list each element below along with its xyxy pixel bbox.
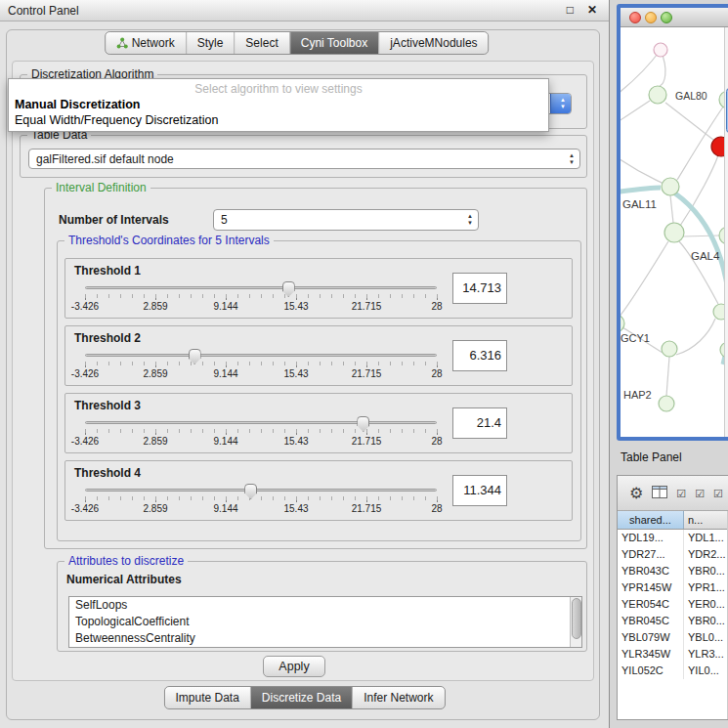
threshold-row: Threshold 4 -3.4262.8599.14415.4321.7152… — [64, 460, 573, 521]
table-cell[interactable]: YER0... — [684, 596, 728, 613]
network-node-gal11[interactable] — [662, 178, 679, 195]
slider-track[interactable] — [85, 421, 437, 424]
right-panel: GAL80 GAL11 GAL4 GCY1 HAP2 Table Panel ⚙ — [609, 0, 728, 728]
table-row[interactable]: YIL052CYIL0... — [618, 663, 728, 679]
table-cell[interactable]: YDL19... — [618, 530, 684, 546]
scale-label: -3.426 — [71, 368, 99, 379]
network-nodes[interactable] — [621, 43, 728, 411]
scale-label: 21.715 — [352, 503, 382, 514]
tab-infer-network[interactable]: Infer Network — [352, 687, 444, 708]
network-scrollbar[interactable] — [724, 27, 728, 437]
column-header-shared-name[interactable]: shared... — [618, 511, 684, 529]
table-row[interactable]: YBR045CYBR0... — [618, 613, 728, 629]
table-row[interactable]: YBL079WYBL0... — [618, 629, 728, 646]
algorithm-option-equal-width[interactable]: Equal Width/Frequency Discretization — [9, 112, 548, 128]
network-window-titlebar[interactable] — [621, 8, 728, 27]
threshold-value-field[interactable]: 21.4 — [452, 407, 507, 439]
minimize-traffic-light[interactable] — [645, 12, 657, 23]
table-data-combobox[interactable]: galFiltered.sif default node ▲▼ — [28, 149, 580, 169]
table-row[interactable]: YER054CYER0... — [618, 596, 728, 613]
table-cell[interactable]: YBR0... — [684, 563, 728, 579]
scale-label: 2.859 — [143, 368, 167, 379]
tab-discretize-data[interactable]: Discretize Data — [250, 687, 352, 708]
network-node[interactable] — [654, 43, 667, 57]
algorithm-combobox-arrow-button[interactable]: ▲▼ — [550, 94, 571, 113]
apply-button[interactable]: Apply — [263, 656, 325, 677]
table-row[interactable]: YPR145WYPR1... — [618, 579, 728, 596]
threshold-slider[interactable]: -3.4262.8599.14415.4321.71528 — [85, 416, 437, 451]
table-cell[interactable]: YPR1... — [684, 579, 728, 596]
table-cell[interactable]: YBL0... — [684, 629, 728, 646]
network-node-gal80[interactable] — [649, 86, 666, 104]
table-header: shared... n... — [618, 511, 728, 530]
table-cell[interactable]: YBL079W — [618, 629, 684, 646]
select-all-checkbox-icon[interactable]: ☑ — [676, 488, 686, 499]
control-panel-titlebar[interactable]: Control Panel □ ✕ — [0, 0, 609, 21]
table-cell[interactable]: YPR145W — [618, 579, 684, 596]
tab-style[interactable]: Style — [186, 32, 235, 54]
network-view-window[interactable]: GAL80 GAL11 GAL4 GCY1 HAP2 — [617, 4, 728, 441]
slider-scale: -3.4262.8599.14415.4321.71528 — [85, 368, 437, 380]
table-cell[interactable]: YBR045C — [618, 613, 684, 629]
list-item[interactable]: SelfLoops — [69, 597, 581, 614]
slider-track[interactable] — [85, 286, 437, 289]
close-traffic-light[interactable] — [629, 12, 641, 23]
list-item[interactable]: TopologicalCoefficient — [69, 614, 581, 630]
tab-style-label: Style — [197, 36, 224, 50]
table-cell[interactable]: YBR043C — [618, 563, 684, 579]
tab-jactivemnodules[interactable]: jActiveMNodules — [378, 32, 488, 54]
threshold-slider[interactable]: -3.4262.8599.14415.4321.71528 — [85, 281, 437, 317]
table-cell[interactable]: YBR0... — [684, 613, 728, 629]
list-scrollbar[interactable] — [570, 597, 581, 647]
tab-network[interactable]: Network — [106, 32, 186, 54]
table-cell[interactable]: YIL0... — [684, 663, 728, 679]
threshold-value-field[interactable]: 14.713 — [452, 273, 507, 304]
slider-track[interactable] — [85, 354, 437, 357]
network-node-gal4[interactable] — [664, 223, 684, 242]
gear-icon[interactable]: ⚙ — [629, 486, 643, 501]
table-cell[interactable]: YDR27... — [618, 546, 684, 563]
slider-minor-ticks — [85, 294, 438, 298]
threshold-value-field[interactable]: 11.344 — [452, 475, 507, 506]
table-cell[interactable]: YDR2... — [684, 546, 728, 563]
table-cell[interactable]: YIL052C — [618, 663, 684, 679]
network-graph[interactable]: GAL80 GAL11 GAL4 GCY1 HAP2 — [621, 27, 728, 437]
algorithm-placeholder-option[interactable]: Select algorithm to view settings — [9, 79, 548, 97]
network-node-hap2[interactable] — [659, 396, 674, 411]
columns-icon[interactable] — [652, 486, 667, 501]
threshold-slider[interactable]: -3.4262.8599.14415.4321.71528 — [85, 349, 437, 384]
table-row[interactable]: YBR043CYBR0... — [618, 563, 728, 579]
numerical-attributes-list[interactable]: SelfLoops TopologicalCoefficient Between… — [68, 596, 582, 648]
network-node-gcy1[interactable] — [621, 315, 624, 332]
table-cell[interactable]: YDL1... — [684, 530, 728, 546]
table-cell[interactable]: YER054C — [618, 596, 684, 613]
zoom-traffic-light[interactable] — [661, 12, 672, 23]
tab-cyni-toolbox[interactable]: Cyni Toolbox — [289, 32, 378, 54]
table-row[interactable]: YLR345WYLR3... — [618, 646, 728, 663]
tab-select[interactable]: Select — [234, 32, 288, 54]
slider-track[interactable] — [85, 489, 437, 492]
list-item[interactable]: BetweennessCentrality — [69, 630, 581, 647]
table-row[interactable]: YDR27...YDR2... — [618, 546, 728, 563]
slider-scale: -3.4262.8599.14415.4321.71528 — [85, 503, 437, 515]
network-node[interactable] — [662, 341, 677, 357]
threshold-slider[interactable]: -3.4262.8599.14415.4321.71528 — [85, 484, 437, 519]
list-scrollbar-thumb[interactable] — [572, 598, 581, 639]
network-canvas[interactable]: GAL80 GAL11 GAL4 GCY1 HAP2 — [621, 27, 728, 437]
algorithm-option-manual[interactable]: Manual Discretization — [9, 97, 548, 112]
threshold-row: Threshold 1 -3.4262.8599.14415.4321.7152… — [64, 258, 573, 319]
float-window-icon[interactable]: □ — [567, 3, 574, 17]
checkbox-icon[interactable]: ☑ — [713, 488, 723, 499]
threshold-row: Threshold 3 -3.4262.8599.14415.4321.7152… — [64, 393, 573, 453]
interval-definition-group-title: Interval Definition — [52, 181, 150, 194]
threshold-value-field[interactable]: 6.316 — [452, 340, 507, 371]
slider-minor-ticks — [85, 429, 438, 433]
table-cell[interactable]: YLR345W — [618, 646, 684, 663]
select-none-checkbox-icon[interactable]: ☑ — [695, 488, 705, 499]
number-of-intervals-combobox[interactable]: 5 ▲▼ — [213, 209, 479, 231]
column-header-name[interactable]: n... — [684, 511, 728, 529]
tab-impute-data[interactable]: Impute Data — [164, 687, 249, 708]
table-row[interactable]: YDL19...YDL1... — [618, 530, 728, 546]
table-cell[interactable]: YLR3... — [684, 646, 728, 663]
close-icon[interactable]: ✕ — [587, 3, 597, 17]
